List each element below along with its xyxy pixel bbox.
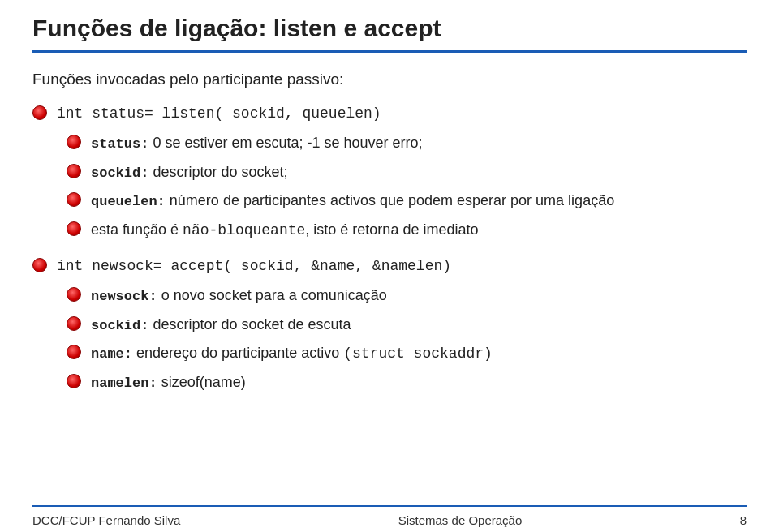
accept-namelen-text: namelen: sizeof(name): [91, 371, 246, 394]
listen-status-bullet: status: 0 se estiver em escuta; -1 se ho…: [67, 132, 747, 155]
name-desc: endereço do participante activo: [136, 345, 343, 361]
bullet-dot-listen: [32, 105, 47, 120]
namelen-desc: sizeof(name): [161, 374, 246, 390]
bullet-dot-newsock: [67, 287, 81, 302]
bullet-dot-sockid2: [67, 316, 81, 331]
sockid-term2: sockid:: [91, 318, 148, 333]
footer: DCC/FCUP Fernando Silva Sistemas de Oper…: [32, 505, 747, 532]
intro-text: Funções invocadas pelo participante pass…: [32, 71, 747, 88]
bullet-dot-sockid1: [67, 164, 81, 178]
nonblock-prefix: esta função é: [91, 221, 183, 238]
status-term: status:: [91, 136, 148, 152]
listen-queuelen-text: queuelen: número de participantes activo…: [91, 190, 614, 212]
slide-container: Funções de ligação: listen e accept Funç…: [0, 0, 779, 532]
accept-rest: newsock= accept( sockid, &name, &namelen…: [83, 258, 451, 274]
accept-sockid-bullet: sockid: descriptor do socket de escuta: [67, 314, 747, 337]
listen-int-keyword: int: [57, 105, 83, 122]
footer-center: Sistemas de Operação: [398, 513, 523, 527]
listen-status-text: status: 0 se estiver em escuta; -1 se ho…: [91, 132, 423, 155]
bullet-dot-queuelen: [67, 192, 81, 207]
accept-int-keyword: int: [57, 258, 83, 274]
listen-function-line: int status= listen( sockid, queuelen): [32, 103, 747, 124]
newsock-term: newsock:: [91, 289, 157, 304]
sockid-term1: sockid:: [91, 165, 148, 181]
listen-queuelen-bullet: queuelen: número de participantes activo…: [67, 190, 747, 212]
listen-nonblocking-text: esta função é não-bloqueante, isto é ret…: [91, 219, 478, 241]
accept-sockid-text: sockid: descriptor do socket de escuta: [91, 314, 351, 337]
bullet-dot-accept: [32, 258, 47, 272]
accept-namelen-bullet: namelen: sizeof(name): [67, 371, 747, 394]
name-struct: (struct sockaddr): [343, 345, 493, 362]
accept-name-text: name: endereço do participante activo (s…: [91, 342, 493, 365]
bullet-dot-namelen: [67, 374, 81, 388]
queuelen-term: queuelen:: [91, 194, 166, 209]
title-section: Funções de ligação: listen e accept: [32, 0, 747, 53]
listen-sockid-text: sockid: descriptor do socket;: [91, 161, 288, 184]
accept-newsock-text: newsock: o novo socket para a comunicaçã…: [91, 285, 387, 307]
slide-title: Funções de ligação: listen e accept: [32, 15, 747, 42]
accept-function-line: int newsock= accept( sockid, &name, &nam…: [32, 255, 747, 277]
footer-right: 8: [740, 513, 747, 527]
listen-rest: status= listen( sockid, queuelen): [83, 105, 381, 122]
listen-signature: int status= listen( sockid, queuelen): [57, 103, 381, 124]
bullet-dot-status: [67, 135, 81, 149]
name-term: name:: [91, 346, 132, 362]
accept-signature: int newsock= accept( sockid, &name, &nam…: [57, 255, 451, 277]
newsock-desc: o novo socket para a comunicação: [161, 287, 387, 303]
footer-left: DCC/FCUP Fernando Silva: [32, 513, 180, 527]
accept-name-bullet: name: endereço do participante activo (s…: [67, 342, 747, 365]
listen-nonblocking-bullet: esta função é não-bloqueante, isto é ret…: [67, 219, 747, 241]
content-area: Funções invocadas pelo participante pass…: [32, 71, 747, 505]
sockid-desc2: descriptor do socket de escuta: [153, 316, 351, 332]
status-desc: 0 se estiver em escuta; -1 se houver err…: [153, 135, 422, 151]
nonblock-suffix: , isto é retorna de imediato: [305, 221, 478, 238]
bullet-dot-nonblock: [67, 221, 81, 236]
queuelen-desc: número de participantes activos que pode…: [170, 192, 614, 208]
listen-sockid-bullet: sockid: descriptor do socket;: [67, 161, 747, 184]
sockid-desc1: descriptor do socket;: [153, 164, 287, 180]
bullet-dot-name: [67, 345, 81, 359]
namelen-term: namelen:: [91, 375, 157, 391]
nonblock-term: não-bloqueante: [183, 222, 305, 238]
accept-newsock-bullet: newsock: o novo socket para a comunicaçã…: [67, 285, 747, 307]
